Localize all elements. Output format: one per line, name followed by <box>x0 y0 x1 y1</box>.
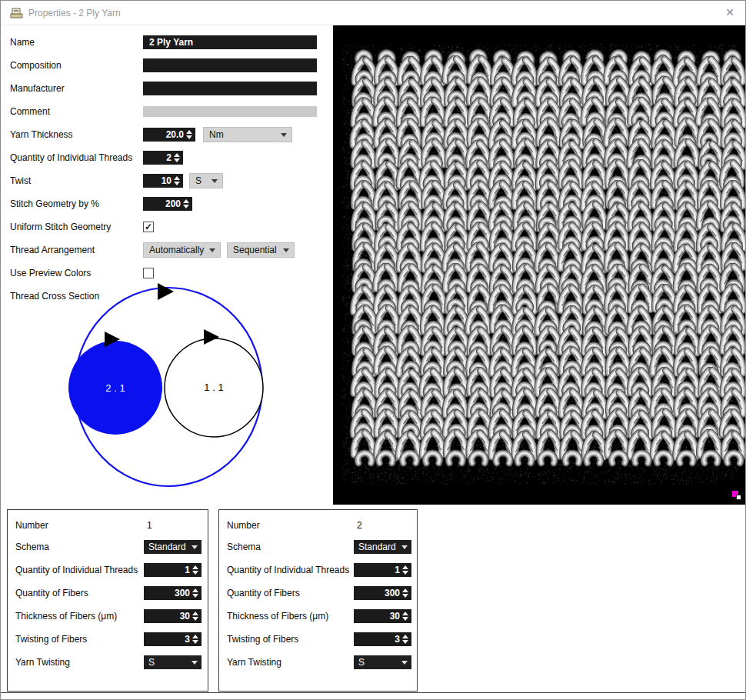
bottom-divider <box>1 692 745 693</box>
yarn-thickness-input[interactable]: 20.0 <box>143 128 195 142</box>
yarn-thickness-stepper[interactable] <box>184 130 195 139</box>
fiber-twisting-value[interactable]: 3 <box>354 634 400 645</box>
close-button[interactable]: ✕ <box>725 6 734 18</box>
fiber-thickness-value[interactable]: 30 <box>354 611 400 622</box>
yarn-twisting-label: Yarn Twisting <box>227 656 281 668</box>
quantity-threads-value[interactable]: 1 <box>144 565 190 575</box>
schema-label: Schema <box>15 541 49 553</box>
quantity-threads-input[interactable]: 1 <box>144 563 201 577</box>
spinner-down-icon[interactable] <box>183 205 189 208</box>
twist-value[interactable]: 10 <box>143 175 172 186</box>
spinner-down-icon[interactable] <box>192 617 198 621</box>
stitch-geometry-stepper[interactable] <box>181 199 192 208</box>
titlebar: Properties - 2 Ply Yarn ✕ <box>1 1 745 25</box>
thread-arrangement-order-select[interactable]: Sequential <box>227 242 295 258</box>
twist-direction-select[interactable]: S <box>189 173 223 188</box>
spinner-down-icon[interactable] <box>402 594 408 598</box>
quantity-threads-input[interactable]: 1 <box>354 563 411 577</box>
spinner-down-icon[interactable] <box>174 182 180 185</box>
use-preview-colors-label: Use Preview Colors <box>10 267 91 279</box>
stepper[interactable] <box>400 565 411 575</box>
stepper[interactable] <box>190 565 201 575</box>
spinner-up-icon[interactable] <box>183 199 189 203</box>
composition-input[interactable] <box>143 58 317 72</box>
twist-stepper[interactable] <box>172 176 183 185</box>
spinner-up-icon[interactable] <box>174 153 180 157</box>
spinner-up-icon[interactable] <box>402 565 408 569</box>
yarn-twisting-label: Yarn Twisting <box>15 656 70 668</box>
comment-label: Comment <box>10 105 50 118</box>
chevron-down-icon <box>401 545 408 549</box>
schema-label: Schema <box>227 541 261 553</box>
schema-select[interactable]: Standard <box>144 540 201 554</box>
spinner-down-icon[interactable] <box>402 640 408 644</box>
chevron-down-icon <box>283 248 289 252</box>
spinner-up-icon[interactable] <box>192 588 198 592</box>
stitch-geometry-input[interactable]: 200 <box>143 197 192 211</box>
fiber-thickness-input[interactable]: 30 <box>354 609 411 623</box>
comment-input[interactable] <box>143 106 317 117</box>
yarn-3d-preview[interactable] <box>333 25 746 505</box>
spinner-down-icon[interactable] <box>192 594 198 598</box>
spinner-up-icon[interactable] <box>192 635 198 638</box>
quantity-threads-value[interactable]: 2 <box>143 152 172 163</box>
schema-select[interactable]: Standard <box>354 540 411 554</box>
spinner-up-icon[interactable] <box>192 565 198 569</box>
window-icon <box>10 7 24 22</box>
manufacturer-input[interactable] <box>143 82 317 95</box>
fiber-twisting-input[interactable]: 3 <box>354 632 411 646</box>
fiber-twisting-value[interactable]: 3 <box>144 634 190 645</box>
knit-render-canvas[interactable] <box>333 25 746 505</box>
stepper[interactable] <box>190 588 201 598</box>
spinner-down-icon[interactable] <box>186 135 192 139</box>
thread-arrangement-mode-select[interactable]: Automatically <box>143 242 221 258</box>
stepper[interactable] <box>190 612 201 621</box>
stepper[interactable] <box>400 588 411 598</box>
yarn-rotation-arrow-icon <box>158 283 174 300</box>
thread-panel-2: Number 2 Schema Standard Quantity of Ind… <box>218 509 418 692</box>
spinner-down-icon[interactable] <box>402 571 408 575</box>
name-input[interactable]: 2 Ply Yarn <box>143 35 317 49</box>
quantity-threads-label: Quantity of Individual Threads <box>227 564 349 576</box>
chevron-down-icon <box>209 248 215 252</box>
spinner-up-icon[interactable] <box>186 130 192 134</box>
schema-value: Standard <box>358 542 396 552</box>
stepper[interactable] <box>190 635 201 644</box>
number-value: 2 <box>357 519 362 532</box>
use-preview-colors-checkbox[interactable] <box>143 268 154 278</box>
fiber-twisting-input[interactable]: 3 <box>144 632 201 646</box>
spinner-up-icon[interactable] <box>174 176 180 180</box>
spinner-down-icon[interactable] <box>192 640 198 644</box>
viewport-corner-icon[interactable] <box>732 491 742 501</box>
fiber-thickness-input[interactable]: 30 <box>144 609 201 623</box>
stepper[interactable] <box>400 612 411 621</box>
spinner-down-icon[interactable] <box>192 571 198 575</box>
thread-cross-section-diagram: 2 . 1 1 . 1 <box>68 282 271 493</box>
quantity-threads-input[interactable]: 2 <box>143 151 183 165</box>
stitch-geometry-label: Stitch Geometry by % <box>10 198 99 210</box>
quantity-threads-value[interactable]: 1 <box>354 565 400 575</box>
quantity-fibers-input[interactable]: 300 <box>144 586 201 600</box>
spinner-down-icon[interactable] <box>402 617 408 621</box>
spinner-up-icon[interactable] <box>192 612 198 615</box>
quantity-fibers-label: Quantity of Fibers <box>15 587 88 599</box>
spinner-down-icon[interactable] <box>174 158 180 162</box>
yarn-thickness-unit-select[interactable]: Nm <box>203 127 292 142</box>
stepper[interactable] <box>400 635 411 644</box>
quantity-fibers-value[interactable]: 300 <box>354 588 400 598</box>
stitch-geometry-value[interactable]: 200 <box>143 198 181 209</box>
quantity-threads-label: Quantity of Individual Threads <box>15 564 138 576</box>
yarn-twisting-select[interactable]: S <box>354 655 411 669</box>
quantity-fibers-input[interactable]: 300 <box>354 586 411 600</box>
uniform-stitch-checkbox[interactable]: ✓ <box>143 222 154 232</box>
twist-input[interactable]: 10 <box>143 174 183 188</box>
spinner-up-icon[interactable] <box>402 612 408 615</box>
quantity-fibers-value[interactable]: 300 <box>144 588 190 598</box>
spinner-up-icon[interactable] <box>402 588 408 592</box>
fiber-thickness-value[interactable]: 30 <box>144 611 190 622</box>
spinner-up-icon[interactable] <box>402 635 408 638</box>
twist-label: Twist <box>10 175 31 187</box>
yarn-thickness-value[interactable]: 20.0 <box>143 129 184 140</box>
yarn-twisting-select[interactable]: S <box>144 655 201 669</box>
quantity-threads-stepper[interactable] <box>172 153 183 162</box>
